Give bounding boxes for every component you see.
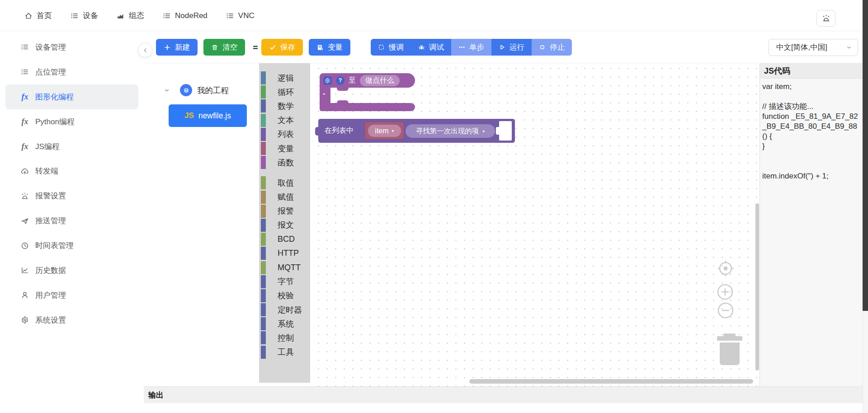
- page-scrollbar-track[interactable]: [863, 0, 868, 413]
- editor-toolbar: 新建 清空 保存 变量 慢调 调试 单步 运行 停止 中文[简体,中国]: [144, 31, 868, 63]
- workspace-vertical-scrollbar[interactable]: [755, 203, 759, 371]
- debug-button-label: 调试: [429, 42, 444, 52]
- list-icon: [20, 68, 29, 76]
- toolbox-category[interactable]: 赋值: [259, 190, 310, 204]
- sidebar-item[interactable]: 历史数据: [5, 258, 138, 283]
- project-node[interactable]: 我的工程: [164, 84, 229, 96]
- toolbox-category[interactable]: 数学: [259, 99, 310, 113]
- nav-item[interactable]: VNC: [226, 11, 255, 20]
- mutator-gear-icon[interactable]: [323, 76, 332, 85]
- debug-button-label: 运行: [509, 42, 524, 52]
- category-color-swatch: [261, 176, 266, 189]
- toolbox-category[interactable]: 报文: [259, 218, 310, 232]
- category-color-swatch: [261, 156, 266, 169]
- toolbox-category[interactable]: 文本: [259, 113, 310, 127]
- toolbox-category[interactable]: 字节: [259, 275, 310, 289]
- variable-dropdown-field[interactable]: item ▾: [368, 125, 401, 137]
- zoom-in-button[interactable]: [716, 283, 734, 301]
- notifications-button[interactable]: [816, 10, 835, 27]
- project-tree-panel: 我的工程 JS newfile.js: [144, 63, 259, 386]
- center-view-button[interactable]: [717, 259, 735, 277]
- toolbox-category[interactable]: 工具: [259, 345, 310, 359]
- procedure-name-field[interactable]: 做点什么: [360, 75, 400, 86]
- toolbox-category[interactable]: 校验: [259, 289, 310, 303]
- toolbox-category[interactable]: 定时器: [259, 303, 310, 317]
- toolbox-category[interactable]: 列表: [259, 127, 310, 141]
- file-action-buttons: 新建 清空 保存 变量: [156, 39, 356, 56]
- collapse-panel-button[interactable]: [138, 43, 152, 57]
- trash-lid[interactable]: [717, 336, 742, 341]
- zoom-out-button[interactable]: [717, 301, 735, 319]
- sidebar-item[interactable]: 系统设置: [5, 308, 138, 333]
- category-color-swatch: [261, 205, 266, 218]
- tree-file-item-selected[interactable]: JS newfile.js: [169, 104, 247, 127]
- blockly-workspace[interactable]: ? 至 做点什么 - 在列表中 item ▾ 寻找第一次出现的项 ▾: [310, 63, 760, 386]
- toolbox-category[interactable]: 函数: [259, 155, 310, 169]
- nav-item-label: 首页: [37, 10, 52, 21]
- sidebar-item[interactable]: fx JS编程: [5, 134, 138, 159]
- collapse-field[interactable]: -: [323, 89, 326, 98]
- sidebar-item[interactable]: 转发端: [5, 159, 138, 183]
- debug-button[interactable]: 调试: [411, 39, 451, 56]
- debug-button[interactable]: 单步: [451, 39, 491, 56]
- menu-handle-icon[interactable]: [251, 39, 260, 56]
- sidebar-item[interactable]: 报警设置: [5, 183, 138, 208]
- button-label: 清空: [222, 42, 237, 52]
- new-file-button[interactable]: 新建: [156, 39, 198, 56]
- toolbox-category[interactable]: 循环: [259, 85, 310, 99]
- nav-item[interactable]: NodeRed: [163, 11, 208, 20]
- output-panel-header[interactable]: 输出: [144, 386, 868, 403]
- sidebar-item[interactable]: fx Python编程: [5, 109, 138, 134]
- category-color-swatch: [261, 142, 266, 155]
- sidebar-item-label: 点位管理: [35, 67, 66, 77]
- debug-button[interactable]: 运行: [491, 39, 532, 56]
- nav-item[interactable]: 组态: [117, 10, 144, 21]
- save-button[interactable]: 保存: [261, 39, 303, 56]
- variables-button[interactable]: 变量: [309, 39, 350, 56]
- category-label: 报警: [278, 206, 294, 216]
- category-color-swatch: [261, 275, 266, 288]
- sidebar-item[interactable]: 用户管理: [5, 283, 138, 308]
- sidebar-item[interactable]: 时间表管理: [5, 233, 138, 258]
- language-selector[interactable]: 中文[简体,中国]: [769, 39, 858, 56]
- js-code-panel-header: JS代码: [760, 63, 863, 79]
- alarm-icon: [20, 192, 29, 200]
- play-icon: [499, 44, 505, 51]
- toolbox-category[interactable]: 控制: [259, 331, 310, 345]
- sidebar-item[interactable]: 点位管理: [5, 60, 138, 84]
- category-label: 赋值: [278, 192, 294, 202]
- toolbox-category[interactable]: MQTT: [259, 260, 310, 274]
- toolbox-category[interactable]: 报警: [259, 204, 310, 218]
- sidebar-item[interactable]: 设备管理: [5, 35, 138, 60]
- sidebar-item[interactable]: fx 图形化编程: [5, 84, 138, 109]
- toolbox-category[interactable]: BCD: [259, 232, 310, 246]
- value-input-socket[interactable]: [499, 121, 512, 141]
- list-find-block[interactable]: 在列表中 item ▾ 寻找第一次出现的项 ▾: [318, 119, 515, 143]
- page-scrollbar-thumb[interactable]: [863, 0, 868, 311]
- debug-button[interactable]: 慢调: [371, 39, 411, 56]
- variable-block[interactable]: item ▾: [364, 122, 404, 140]
- category-label: 报文: [278, 220, 294, 230]
- category-label: 列表: [278, 129, 294, 140]
- debug-button[interactable]: 停止: [532, 39, 572, 56]
- help-icon[interactable]: ?: [336, 76, 344, 85]
- gear-icon: [325, 78, 330, 84]
- clear-button[interactable]: 清空: [203, 39, 245, 56]
- layers-icon: [180, 84, 192, 96]
- plus-icon: [164, 44, 171, 51]
- toolbox-category[interactable]: 系统: [259, 317, 310, 331]
- find-mode-dropdown-field[interactable]: 寻找第一次出现的项 ▾: [406, 124, 495, 138]
- nav-item[interactable]: 首页: [24, 10, 52, 21]
- toolbox-category[interactable]: 逻辑: [259, 71, 310, 85]
- sidebar-item[interactable]: 推送管理: [5, 208, 138, 233]
- category-label: 文本: [278, 115, 294, 126]
- nav-item[interactable]: 设备: [71, 10, 98, 21]
- workspace-horizontal-scrollbar[interactable]: [469, 379, 753, 384]
- toolbox-category[interactable]: HTTP: [259, 246, 310, 260]
- toolbox-category[interactable]: 取值: [259, 176, 310, 190]
- category-label: 变量: [278, 143, 294, 154]
- toolbox-category[interactable]: 变量: [259, 141, 310, 155]
- chevron-down-icon[interactable]: [164, 87, 170, 94]
- chart-icon: [117, 12, 125, 20]
- trash-can[interactable]: [720, 343, 740, 365]
